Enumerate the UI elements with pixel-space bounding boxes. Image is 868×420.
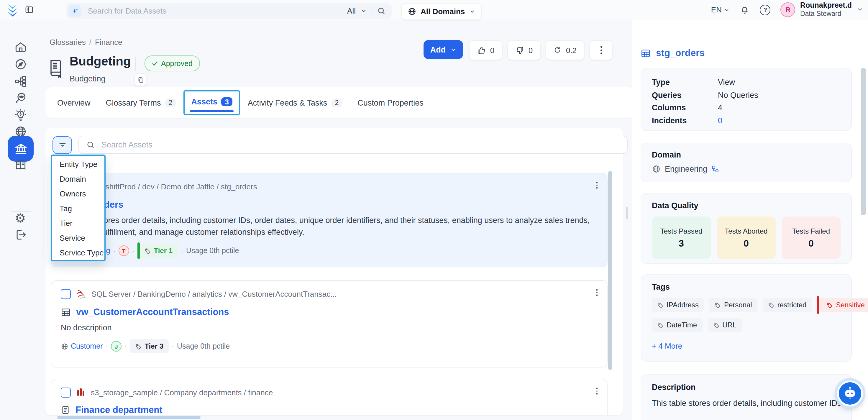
info-label: Columns [652,101,718,114]
hierarchy-link-icon[interactable] [711,165,719,173]
refresh-icon [554,46,562,54]
asset-search-input[interactable] [100,140,620,150]
tab-count: 2 [331,98,342,107]
sidebar-item-discover-icon[interactable] [14,58,27,71]
filter-option-entity-type[interactable]: Entity Type [52,157,104,172]
info-label: Type [652,76,718,89]
user-menu[interactable]: R Rounakpreet.d Data Steward [781,1,864,19]
help-icon[interactable]: ? [760,4,771,15]
tag-chip-sensitive[interactable]: Sensitive [819,298,868,312]
check-icon [152,60,158,67]
language-select[interactable]: EN [711,5,730,14]
card-kebab-icon[interactable] [596,289,597,296]
global-search-input[interactable] [87,6,347,16]
breadcrumb: Glossaries Finance [50,38,122,47]
filter-option-service-type[interactable]: Service Type [52,245,104,260]
tag-icon [144,247,151,254]
owner-avatar[interactable]: T [118,245,129,256]
assets-scrollbar[interactable] [608,171,612,370]
asset-card-stg-orders[interactable]: RedshiftProd / dev / Demo dbt Jaffle / s… [51,173,608,267]
status-badge[interactable]: Approved [145,55,200,71]
tag-chip-restricted[interactable]: restricted [763,298,812,312]
filter-button[interactable] [53,136,72,154]
horizontal-scrollbar[interactable] [57,416,200,419]
window-scrollbar[interactable] [861,68,866,215]
domain-value[interactable]: Engineering [665,164,707,173]
asset-checkbox[interactable] [61,289,71,299]
tag-chip-url[interactable]: URL [708,318,742,332]
asset-card-finance-department[interactable]: s3_storage_sample / Company departments … [51,379,608,415]
asset-path: RedshiftProd / dev / Demo dbt Jaffle / s… [91,182,597,191]
s3-storage-icon [75,387,86,398]
breadcrumb-glossaries[interactable]: Glossaries [50,38,86,47]
filter-option-service[interactable]: Service [52,231,104,245]
like-button[interactable]: 0 [469,40,503,60]
kebab-icon [600,46,602,54]
glossary-book-icon [46,58,64,79]
sidebar-item-lineage-icon[interactable] [14,74,27,88]
dislike-button[interactable]: 0 [507,40,541,60]
copy-icon [137,77,144,83]
tag-icon [827,302,833,308]
tests-passed-tile: Tests Passed3 [652,216,711,259]
like-count: 0 [490,46,494,55]
avatar: R [781,2,796,17]
tab-overview[interactable]: Overview [57,98,91,107]
app-logo[interactable] [6,3,20,17]
asset-card-vw-customeraccounttransactions[interactable]: SQL Server / BankingDemo / analytics / v… [51,280,608,367]
sidebar-item-glossary-icon[interactable] [14,159,27,172]
tags-more-link[interactable]: + 4 More [652,341,841,351]
sidebar-item-home-icon[interactable] [14,41,27,54]
more-actions-button[interactable] [589,40,613,60]
search-icon[interactable] [377,6,386,16]
tag-icon [715,302,721,308]
details-title-link[interactable]: stg_orders [656,48,705,58]
copy-button[interactable] [134,73,146,86]
tab-assets[interactable]: Assets3 [191,97,232,106]
card-kebab-icon[interactable] [596,182,597,188]
filter-option-tag[interactable]: Tag [52,201,104,216]
chatbot-button[interactable] [837,381,863,407]
tab-bar: Overview Glossary Terms2 Assets3 Activit… [45,87,635,118]
filter-option-owners[interactable]: Owners [52,186,104,201]
sidebar-item-insights-icon[interactable] [14,108,27,121]
breadcrumb-finance[interactable]: Finance [95,38,122,47]
tag-chip-ipaddress[interactable]: IPAddress [652,298,704,312]
tag-chip-datetime[interactable]: DateTime [652,318,702,332]
owner-avatar[interactable]: J [111,341,122,352]
sidebar-item-governance-active[interactable] [8,136,34,162]
tier-badge[interactable]: Tier 3 [130,339,169,353]
sidebar-item-logout-icon[interactable] [14,228,27,241]
tab-count: 3 [221,97,232,106]
notifications-bell-icon[interactable] [740,5,750,15]
card-kebab-icon[interactable] [596,388,597,394]
search-scope-select[interactable]: All [347,6,356,16]
filter-option-domain[interactable]: Domain [52,172,104,186]
top-bar: All All Domains EN ? R Rounakp [0,0,868,20]
tab-custom-properties[interactable]: Custom Properties [358,98,424,107]
asset-checkbox[interactable] [61,387,71,397]
usage-stat: Usage 0th pctile [186,247,239,255]
all-domains-button[interactable]: All Domains [401,3,482,20]
sidebar-item-settings[interactable]: ⚙ [15,212,26,225]
filter-option-tier[interactable]: Tier [52,216,104,231]
filter-icon [58,141,66,149]
asset-title-link[interactable]: vw_CustomerAccountTransactions [76,307,229,318]
sidebar-toggle-icon[interactable] [25,5,34,14]
tag-chip-personal[interactable]: Personal [709,298,757,312]
incidents-link[interactable]: 0 [718,114,722,127]
tab-glossary-terms[interactable]: Glossary Terms2 [106,98,176,107]
tier-badge[interactable]: Tier 1 [137,244,178,258]
asset-search[interactable] [79,136,628,154]
asset-domain-link[interactable]: Customer [71,342,103,351]
global-search[interactable]: All [66,3,392,19]
version-button[interactable]: 0.2 [546,40,585,60]
content-scrollbar[interactable] [626,207,628,219]
sidebar-item-observability-icon[interactable] [14,91,27,104]
ai-sparkle-icon[interactable] [68,5,81,17]
tab-count: 2 [165,98,176,107]
user-name: Rounakpreet.d [800,1,852,10]
asset-title-link[interactable]: Finance department [75,404,162,415]
add-button[interactable]: Add [424,40,463,59]
tab-activity-feeds[interactable]: Activity Feeds & Tasks2 [248,98,342,107]
